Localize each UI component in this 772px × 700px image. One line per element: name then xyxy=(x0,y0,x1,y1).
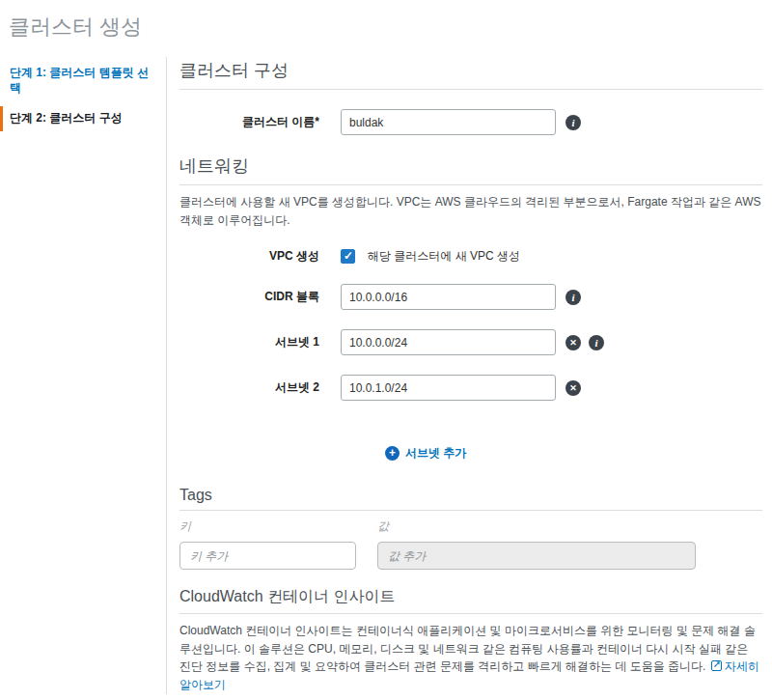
remove-subnet-icon[interactable]: ✕ xyxy=(565,380,581,396)
cidr-block-row: CIDR 블록 i xyxy=(179,284,762,310)
tags-key-column: 키 xyxy=(179,518,356,570)
subnet-2-input[interactable] xyxy=(341,375,556,401)
subnet-1-input[interactable] xyxy=(341,329,556,355)
cluster-name-label: 클러스터 이름* xyxy=(179,114,319,130)
subnet-1-label: 서브넷 1 xyxy=(179,334,319,350)
networking-heading: 네트워킹 xyxy=(179,154,762,185)
plus-icon: + xyxy=(385,446,400,461)
info-icon[interactable]: i xyxy=(589,335,604,350)
tags-grid: 키 값 xyxy=(179,518,762,570)
cluster-config-heading: 클러스터 구성 xyxy=(179,59,762,90)
info-icon[interactable]: i xyxy=(565,290,581,305)
add-subnet-label: 서브넷 추가 xyxy=(405,445,466,462)
subnet-1-row: 서브넷 1 ✕ i xyxy=(179,329,762,355)
tags-heading: Tags xyxy=(179,487,762,511)
cloudwatch-description: CloudWatch 컨테이너 인사이트는 컨테이너식 애플리케이션 및 마이크… xyxy=(179,622,762,693)
tag-value-input xyxy=(377,542,696,570)
tag-key-input[interactable] xyxy=(179,542,356,570)
steps-sidebar: 단계 1: 클러스터 템플릿 선택 단계 2: 클러스터 구성 xyxy=(0,57,166,694)
tags-value-header: 값 xyxy=(377,518,696,535)
cloudwatch-description-text: CloudWatch 컨테이너 인사이트는 컨테이너식 애플리케이션 및 마이크… xyxy=(179,624,756,673)
cluster-name-input[interactable] xyxy=(341,109,556,135)
tags-value-column: 값 xyxy=(377,518,696,570)
subnet-2-label: 서브넷 2 xyxy=(179,379,319,396)
add-subnet-link[interactable]: + 서브넷 추가 xyxy=(385,445,466,462)
networking-description: 클러스터에 사용할 새 VPC를 생성합니다. VPC는 AWS 클라우드의 격… xyxy=(179,193,762,229)
main-content: 클러스터 구성 클러스터 이름* i 네트워킹 클러스터에 사용할 새 VPC를… xyxy=(166,57,772,694)
subnet-2-row: 서브넷 2 ✕ xyxy=(179,375,762,401)
vpc-checkbox[interactable] xyxy=(341,249,355,264)
tags-key-header: 키 xyxy=(179,518,356,535)
info-icon[interactable]: i xyxy=(565,115,581,130)
vpc-checkbox-text: 해당 클러스터에 새 VPC 생성 xyxy=(368,248,520,265)
sidebar-step-2[interactable]: 단계 2: 클러스터 구성 xyxy=(0,106,166,131)
page-title: 클러스터 생성 xyxy=(0,0,772,42)
sidebar-step-1[interactable]: 단계 1: 클러스터 템플릿 선택 xyxy=(0,61,166,100)
page-layout: 단계 1: 클러스터 템플릿 선택 단계 2: 클러스터 구성 클러스터 구성 … xyxy=(0,57,772,694)
cidr-block-label: CIDR 블록 xyxy=(179,289,319,305)
cidr-block-input[interactable] xyxy=(341,284,556,310)
vpc-create-label: VPC 생성 xyxy=(179,248,319,265)
remove-subnet-icon[interactable]: ✕ xyxy=(565,335,581,350)
vpc-create-row: VPC 생성 해당 클러스터에 새 VPC 생성 xyxy=(179,248,762,265)
add-subnet-link-wrap: + 서브넷 추가 xyxy=(179,420,762,462)
cluster-name-row: 클러스터 이름* i xyxy=(179,109,762,135)
cloudwatch-heading: CloudWatch 컨테이너 인사이트 xyxy=(179,587,762,614)
external-link-icon xyxy=(711,660,722,671)
